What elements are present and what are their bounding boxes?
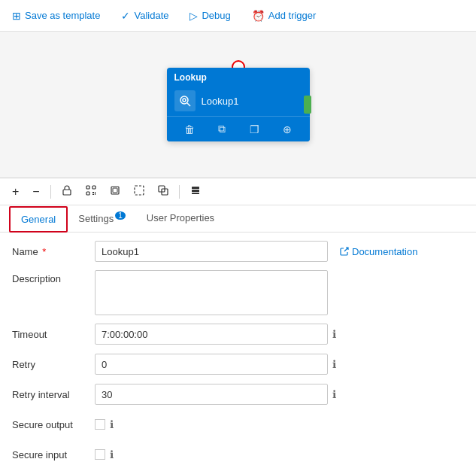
description-label: Description: [12, 270, 95, 284]
canvas-area[interactable]: Lookup Lookup1 🗑 ⧉ ❐ ⊕: [0, 32, 476, 178]
toolbar-divider-2: [179, 185, 180, 199]
svg-rect-6: [86, 192, 89, 195]
name-input[interactable]: [95, 241, 328, 262]
tab-user-properties-label: User Properties: [147, 212, 214, 223]
zoom-in-button[interactable]: +: [8, 183, 23, 201]
node-name-label: Lookup1: [202, 96, 239, 107]
retry-interval-label: Retry interval: [12, 389, 95, 400]
documentation-label: Documentation: [352, 246, 417, 257]
save-template-label: Save as template: [25, 10, 100, 21]
timeout-input[interactable]: [95, 324, 328, 345]
properties-panel: Name * Documentation Description Timeout…: [0, 233, 476, 462]
validate-icon: ✓: [121, 10, 130, 22]
save-template-button[interactable]: ⊞ Save as template: [9, 8, 103, 23]
canvas-sub-toolbar: + −: [0, 178, 476, 205]
node-type-header: Lookup: [167, 68, 310, 86]
timeout-label: Timeout: [12, 329, 95, 340]
debug-label: Debug: [202, 10, 230, 21]
lock-button[interactable]: [57, 183, 77, 201]
validate-button[interactable]: ✓ Validate: [118, 8, 171, 23]
node-body-wrapper[interactable]: Lookup Lookup1 🗑 ⧉ ❐ ⊕: [167, 68, 310, 141]
select-button[interactable]: [129, 183, 149, 201]
svg-rect-9: [92, 194, 94, 195]
lookup-node[interactable]: Lookup Lookup1 🗑 ⧉ ❐ ⊕: [167, 68, 310, 141]
svg-rect-15: [192, 187, 199, 189]
secure-input-info-icon[interactable]: ℹ: [110, 448, 114, 460]
node-delete-button[interactable]: 🗑: [181, 122, 198, 137]
retry-interval-info-icon[interactable]: ℹ: [332, 388, 336, 400]
node-add-button[interactable]: ⊕: [280, 122, 295, 137]
node-actions-bar: 🗑 ⧉ ❐ ⊕: [167, 116, 310, 141]
description-row: Description: [12, 270, 464, 315]
retry-interval-input[interactable]: [95, 384, 328, 405]
tab-general-label: General: [21, 214, 56, 225]
secure-output-info-icon[interactable]: ℹ: [110, 418, 114, 430]
timeout-row: Timeout ℹ: [12, 323, 464, 345]
fit-view-button[interactable]: [105, 183, 125, 201]
svg-rect-11: [113, 188, 117, 193]
tab-settings-label: Settings: [78, 213, 114, 224]
external-link-icon: [340, 247, 349, 256]
node-lookup-icon: [174, 90, 196, 111]
svg-rect-4: [86, 186, 89, 189]
tab-user-properties[interactable]: User Properties: [136, 206, 225, 231]
tab-general[interactable]: General: [9, 206, 68, 233]
name-row: Name * Documentation: [12, 240, 464, 263]
toolbar-divider-1: [50, 185, 51, 199]
svg-point-0: [180, 96, 188, 104]
properties-tabs: General Settings1 User Properties: [0, 205, 476, 233]
svg-rect-17: [192, 193, 199, 194]
tab-settings[interactable]: Settings1: [68, 205, 136, 232]
svg-rect-7: [92, 192, 94, 193]
secure-output-row: Secure output ℹ: [12, 413, 464, 436]
retry-interval-row: Retry interval ℹ: [12, 383, 464, 406]
svg-rect-12: [135, 186, 144, 195]
timeout-info-icon[interactable]: ℹ: [332, 328, 336, 340]
documentation-link[interactable]: Documentation: [340, 246, 417, 257]
layers-button[interactable]: [186, 183, 205, 201]
svg-line-1: [187, 103, 190, 106]
debug-icon: ▷: [189, 10, 198, 22]
add-trigger-label: Add trigger: [268, 10, 317, 21]
retry-row: Retry ℹ: [12, 353, 464, 375]
node-status-dot: [304, 96, 311, 114]
name-required-star: *: [40, 246, 47, 257]
svg-rect-3: [63, 190, 71, 195]
debug-button[interactable]: ▷ Debug: [186, 8, 233, 23]
retry-label: Retry: [12, 359, 95, 370]
retry-input[interactable]: [95, 354, 328, 375]
name-label: Name *: [12, 246, 95, 257]
settings-badge: 1: [115, 211, 126, 220]
description-input[interactable]: [95, 270, 328, 315]
save-template-icon: ⊞: [12, 10, 21, 22]
secure-output-checkbox[interactable]: [95, 419, 105, 430]
secure-input-row: Secure input ℹ: [12, 443, 464, 462]
svg-rect-5: [92, 186, 96, 189]
svg-rect-8: [95, 192, 96, 195]
retry-info-icon[interactable]: ℹ: [332, 358, 336, 370]
add-trigger-button[interactable]: ⏰ Add trigger: [249, 8, 320, 23]
add-trigger-icon: ⏰: [252, 10, 265, 22]
main-toolbar: ⊞ Save as template ✓ Validate ▷ Debug ⏰ …: [0, 0, 476, 32]
secure-input-label: Secure input: [12, 449, 95, 460]
resize-button[interactable]: [153, 183, 173, 201]
validate-label: Validate: [134, 10, 168, 21]
zoom-out-button[interactable]: −: [28, 183, 44, 201]
node-body: Lookup1: [167, 86, 310, 116]
svg-rect-16: [192, 190, 199, 192]
secure-output-label: Secure output: [12, 419, 95, 430]
barcode-view-button[interactable]: [81, 183, 101, 201]
secure-input-checkbox[interactable]: [95, 449, 105, 460]
svg-point-2: [183, 99, 186, 102]
node-duplicate-button[interactable]: ❐: [247, 122, 262, 137]
node-copy-button[interactable]: ⧉: [215, 121, 229, 137]
